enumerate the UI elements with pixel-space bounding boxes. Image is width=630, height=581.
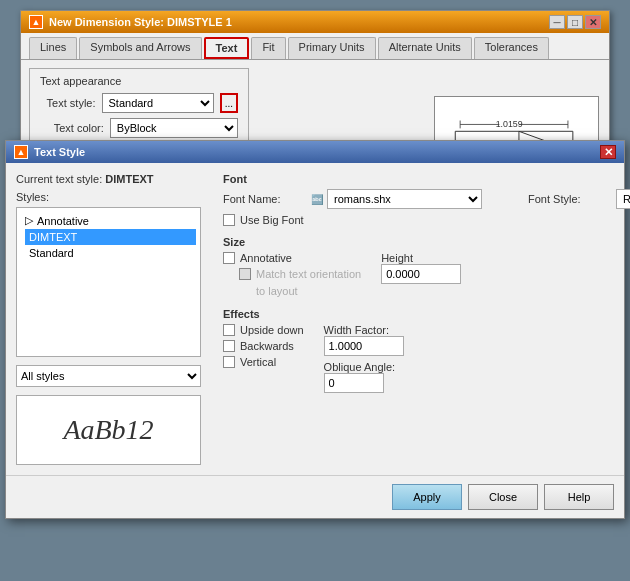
use-big-font-row: Use Big Font [223,214,630,226]
preview-text: AaBb12 [63,414,153,446]
use-big-font-checkbox[interactable] [223,214,235,226]
effects-section: Effects Upside down Backwards [223,308,630,393]
tab-lines[interactable]: Lines [29,37,77,59]
footer-close-btn[interactable]: Close [468,484,538,510]
size-right: Height [381,252,461,298]
textstyle-title-text: Text Style [34,146,85,158]
vertical-checkbox[interactable] [223,356,235,368]
current-style-value: DIMTEXT [105,173,153,185]
tab-symbols-arrows[interactable]: Symbols and Arrows [79,37,201,59]
dimstyle-title-left: ▲ New Dimension Style: DIMSTYLE 1 [29,15,232,29]
textstyle-title-left: ▲ Text Style [14,145,85,159]
current-style-row: Current text style: DIMTEXT [16,173,211,185]
effects-right: Width Factor: Oblique Angle: [324,324,404,393]
textstyle-window-icon: ▲ [14,145,28,159]
dimstyle-close-btn[interactable]: ✕ [585,15,601,29]
svg-text:1.0159: 1.0159 [496,119,523,129]
upside-down-checkbox[interactable] [223,324,235,336]
effects-left: Upside down Backwards Vertical [223,324,304,393]
font-section-title: Font [223,173,630,185]
textstyle-left-panel: Current text style: DIMTEXT Styles: ▷ An… [16,173,211,465]
vertical-label: Vertical [240,356,276,368]
oblique-angle-input[interactable] [324,373,384,393]
font-style-select[interactable]: Regular [616,189,630,209]
tab-alternate-units[interactable]: Alternate Units [378,37,472,59]
dimstyle-minimize-btn[interactable]: ─ [549,15,565,29]
font-name-select[interactable]: romans.shx [327,189,482,209]
textstyle-body: Current text style: DIMTEXT Styles: ▷ An… [6,163,624,475]
upside-down-row: Upside down [223,324,304,336]
height-input[interactable] [381,264,461,284]
text-style-browse-btn[interactable]: ... [220,93,238,113]
annotative-icon: ▷ [25,214,33,227]
to-layout-label: to layout [256,285,298,297]
text-style-label: Text style: [40,97,96,109]
apply-btn[interactable]: Apply [392,484,462,510]
help-btn[interactable]: Help [544,484,614,510]
tab-text[interactable]: Text [204,37,250,59]
size-section: Size Annotative Match te [223,236,630,298]
tab-primary-units[interactable]: Primary Units [288,37,376,59]
dimtext-label: DIMTEXT [29,231,77,243]
size-row: Annotative Match text orientation to lay… [223,252,630,298]
dimstyle-window-controls: ─ □ ✕ [549,15,601,29]
width-factor-label: Width Factor: [324,324,404,336]
style-dimtext[interactable]: DIMTEXT [25,229,196,245]
effects-section-title: Effects [223,308,630,320]
dimstyle-window-icon: ▲ [29,15,43,29]
backwards-checkbox[interactable] [223,340,235,352]
dimstyle-titlebar: ▲ New Dimension Style: DIMSTYLE 1 ─ □ ✕ [21,11,609,33]
font-name-row: Font Name: 🔤 romans.shx Font Style: Regu… [223,189,630,209]
tab-fit[interactable]: Fit [251,37,285,59]
style-standard[interactable]: Standard [25,245,196,261]
font-section: Font Font Name: 🔤 romans.shx Font Style: [223,173,630,226]
use-big-font-label: Use Big Font [240,214,304,226]
size-section-title: Size [223,236,630,248]
match-orientation-checkbox[interactable] [239,268,251,280]
current-style-label: Current text style: [16,173,102,185]
styles-filter-select[interactable]: All styles Styles in use [16,365,201,387]
dimstyle-tabs: Lines Symbols and Arrows Text Fit Primar… [21,33,609,60]
font-name-label: Font Name: [223,193,303,205]
vertical-row: Vertical [223,356,304,368]
textstyle-window: ▲ Text Style ✕ Current text style: DIMTE… [5,140,625,519]
standard-label: Standard [29,247,74,259]
backwards-label: Backwards [240,340,294,352]
tab-tolerances[interactable]: Tolerances [474,37,549,59]
match-orientation-row: Match text orientation [239,268,361,280]
text-style-row: Text style: Standard ... [40,93,238,113]
text-style-select[interactable]: Standard [102,93,214,113]
to-layout-text: to layout [256,284,361,298]
annotative-row: Annotative [223,252,361,264]
font-name-field: 🔤 romans.shx [311,189,482,209]
dimstyle-maximize-btn[interactable]: □ [567,15,583,29]
font-size-section: Font Font Name: 🔤 romans.shx Font Style: [223,173,630,403]
annotative-checkbox[interactable] [223,252,235,264]
height-label: Height [381,252,461,264]
upside-down-label: Upside down [240,324,304,336]
oblique-angle-group: Oblique Angle: [324,361,404,393]
style-preview: AaBb12 [16,395,201,465]
textstyle-footer: Apply Close Help [6,475,624,518]
text-color-label: Text color: [40,122,104,134]
styles-label: Styles: [16,191,211,203]
text-color-row: Text color: ByBlock [40,118,238,138]
textstyle-close-btn[interactable]: ✕ [600,145,616,159]
textstyle-titlebar: ▲ Text Style ✕ [6,141,624,163]
text-color-select[interactable]: ByBlock [110,118,238,138]
dimstyle-title-text: New Dimension Style: DIMSTYLE 1 [49,16,232,28]
style-annotative[interactable]: ▷ Annotative [21,212,196,229]
match-orientation-label: Match text orientation [256,268,361,280]
shx-icon: 🔤 [311,194,323,205]
width-factor-input[interactable] [324,336,404,356]
size-left: Annotative Match text orientation to lay… [223,252,361,298]
match-orientation-box: Match text orientation to layout [239,268,361,298]
styles-group: DIMTEXT Standard [25,229,196,261]
backwards-row: Backwards [223,340,304,352]
oblique-angle-label: Oblique Angle: [324,361,404,373]
text-appearance-label: Text appearance [40,75,238,87]
styles-list[interactable]: ▷ Annotative DIMTEXT Standard [16,207,201,357]
annotative-label: Annotative [37,215,89,227]
font-style-label: Font Style: [528,193,608,205]
textstyle-right-panel: Font Font Name: 🔤 romans.shx Font Style: [211,173,630,465]
